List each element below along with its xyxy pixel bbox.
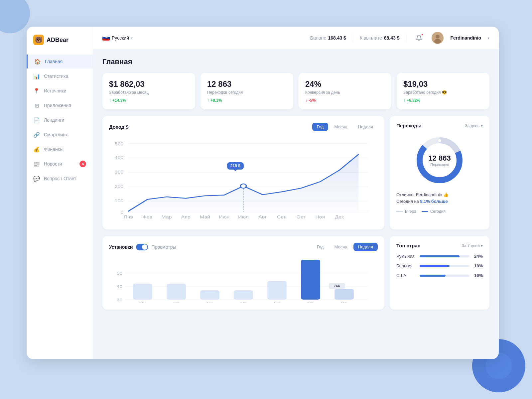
stat-change-value-0: +14.3% <box>112 98 126 103</box>
svg-text:30: 30 <box>117 298 123 302</box>
svg-rect-43 <box>267 281 287 300</box>
stat-label-2: Конверсия за день <box>305 90 385 95</box>
stat-change-0: ↑ +14.3% <box>109 98 189 103</box>
sidebar-item-smartlink[interactable]: 🔗 Смартлинк <box>27 128 93 142</box>
svg-rect-39 <box>133 284 152 300</box>
sidebar-item-sources[interactable]: 📍 Источники <box>27 84 93 98</box>
countries-header: Топ стран За 7 дней ▾ <box>396 243 483 248</box>
svg-text:0: 0 <box>120 210 123 215</box>
line-chart-svg: 0 100 200 300 400 500 <box>109 136 378 223</box>
period-chevron: ▾ <box>481 123 483 128</box>
bar-toggle-label1: Установки <box>109 244 133 250</box>
qa-icon: 💬 <box>33 175 40 182</box>
bar-chart-svg: 30 40 50 <box>109 256 378 303</box>
notifications-button[interactable] <box>413 32 425 44</box>
highlight-text: 8.1% больше <box>420 199 448 204</box>
legend-today: Сегодня <box>422 209 446 214</box>
sidebar-item-finance[interactable]: 💰 Финансы <box>27 142 93 156</box>
sidebar-label-stats: Статистика <box>44 73 68 79</box>
country-bar-bg-1 <box>420 265 469 267</box>
sidebar-item-qa[interactable]: 💬 Вопрос / Ответ <box>27 172 93 186</box>
chevron-down-icon: ▾ <box>131 36 133 40</box>
svg-rect-41 <box>200 290 219 300</box>
svg-text:500: 500 <box>115 142 124 146</box>
bar-tab-week[interactable]: Неделя <box>353 243 378 251</box>
header-divider2 <box>406 34 406 42</box>
chart-tab-month[interactable]: Месяц <box>330 123 352 131</box>
svg-text:Вт: Вт <box>173 301 179 303</box>
sources-icon: 📍 <box>33 87 40 94</box>
bottom-row: Установки Просмотры Год Месяц Неделя <box>102 236 489 310</box>
country-name-2: США <box>396 273 416 278</box>
svg-rect-45 <box>334 289 354 300</box>
donut-value: 12 863 <box>428 154 451 163</box>
stat-change-1: ↑ +8.1% <box>207 98 287 103</box>
svg-rect-40 <box>167 284 186 300</box>
transitions-title: Переходы <box>396 123 465 128</box>
svg-text:Июл: Июл <box>238 215 249 219</box>
apps-icon: ⊞ <box>33 102 40 109</box>
donut-chart: 12 863 Переходов <box>396 134 483 187</box>
bg-decoration-left <box>0 0 30 33</box>
balance-label: Баланс <box>310 35 326 41</box>
bar-tab-year[interactable]: Год <box>312 243 329 251</box>
user-menu-chevron[interactable]: ▾ <box>488 36 489 40</box>
sidebar-label-finance: Финансы <box>44 147 64 152</box>
chart-title: Доход $ <box>109 124 312 130</box>
stat-change-value-1: +8.1% <box>210 98 222 103</box>
logo-icon: 🐻 <box>33 35 44 45</box>
svg-text:34: 34 <box>334 284 340 288</box>
chart-tab-year[interactable]: Год <box>312 123 329 131</box>
header: 🇷🇺 Русский ▾ Баланс 168.43 $ К выплате 6… <box>93 27 499 50</box>
stat-card-2: 24% Конверсия за день ↓ -5% <box>299 73 391 109</box>
logo-text: ADBear <box>47 37 68 44</box>
line-chart: 0 100 200 300 400 500 <box>109 136 378 223</box>
sidebar-item-apps[interactable]: ⊞ Приложения <box>27 98 93 112</box>
svg-text:Дек: Дек <box>335 215 344 219</box>
sidebar-label-home: Главная <box>45 59 63 64</box>
chart-tab-week[interactable]: Неделя <box>353 123 378 131</box>
country-item-2: США 16% <box>396 273 483 278</box>
country-bar-fill-0 <box>420 255 460 257</box>
svg-text:Сб: Сб <box>307 301 314 303</box>
sidebar-item-landings[interactable]: 📄 Лендинги <box>27 113 93 127</box>
country-pct-1: 18% <box>473 263 483 268</box>
balance-display: Баланс 168.43 $ <box>310 35 346 41</box>
language-label: Русский <box>112 35 129 41</box>
period-selector[interactable]: За день ▾ <box>465 123 483 128</box>
legend-label-today: Сегодня <box>430 209 446 214</box>
svg-point-2 <box>434 39 441 44</box>
sidebar-item-home[interactable]: 🏠 Главная <box>27 55 93 68</box>
stat-card-0: $1 862,03 Заработано за месяц ↑ +14.3% <box>102 73 195 109</box>
bar-tab-month[interactable]: Месяц <box>330 243 352 251</box>
stats-icon: 📊 <box>33 73 40 79</box>
arrow-down-icon: ↓ <box>305 98 307 103</box>
stat-value-1: 12 863 <box>207 79 287 89</box>
svg-text:Янв: Янв <box>123 215 133 219</box>
countries-period[interactable]: За 7 дней ▾ <box>462 243 483 248</box>
svg-text:400: 400 <box>115 155 124 160</box>
svg-text:200: 200 <box>115 184 124 189</box>
svg-text:Ср: Ср <box>206 301 213 303</box>
toggle-switch[interactable] <box>136 244 148 250</box>
country-pct-0: 24% <box>473 254 483 259</box>
svg-point-32 <box>438 139 441 142</box>
sidebar-item-stats[interactable]: 📊 Статистика <box>27 69 93 83</box>
smartlink-icon: 🔗 <box>33 131 40 138</box>
svg-text:Май: Май <box>200 215 210 219</box>
sidebar-item-news[interactable]: 📰 Новости 4 <box>27 157 93 171</box>
finance-icon: 💰 <box>33 146 40 153</box>
stat-card-1: 12 863 Переходов сегодня ↑ +8.1% <box>200 73 293 109</box>
bar-chart-card: Установки Просмотры Год Месяц Неделя <box>102 236 384 310</box>
charts-row: Доход $ Год Месяц Неделя <box>102 116 489 229</box>
stat-value-0: $1 862,03 <box>109 79 189 89</box>
income-chart-card: Доход $ Год Месяц Неделя <box>102 116 384 229</box>
bar-chart-tabs: Год Месяц Неделя <box>312 243 378 251</box>
legend: Вчера Сегодня <box>396 209 483 214</box>
language-selector[interactable]: 🇷🇺 Русский ▾ <box>102 35 133 41</box>
username-label[interactable]: Ferdinandinio <box>450 35 481 41</box>
praise-text: Отлично, Ferdinandinio 👍 Сегодня на 8.1%… <box>396 192 483 204</box>
content-area: 🇷🇺 Русский ▾ Баланс 168.43 $ К выплате 6… <box>93 27 499 359</box>
donut-center: 12 863 Переходов <box>428 154 451 167</box>
stat-card-3: $19,03 Заработано сегодня 😎 ↑ +6.32% <box>397 73 489 109</box>
